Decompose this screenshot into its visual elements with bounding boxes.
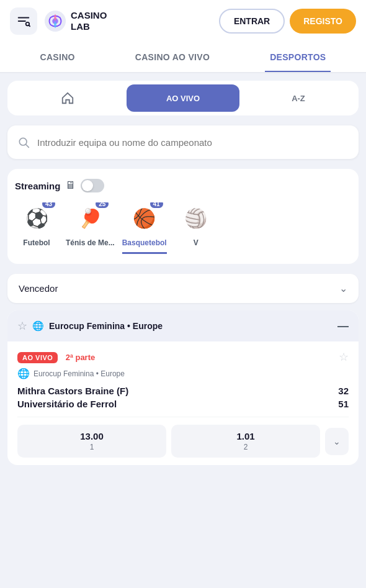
odd2-value: 1.01 [236,431,254,441]
odd2-label: 2 [244,443,248,451]
sport-tenis[interactable]: 🏓 25 Ténis de Me... [66,202,115,254]
match-section: ☆ 🌐 Eurocup Feminina • Europe — AO VIVO … [7,310,359,465]
tab-casino-ao-vivo[interactable]: CASINO AO VIVO [130,43,215,71]
more-odds-button[interactable]: ⌄ [325,428,349,455]
sport-basquetebol[interactable]: 🏀 41 Basquetebol [122,202,167,254]
competition-star-icon[interactable]: ☆ [17,319,27,333]
nav-tabs: CASINO CASINO AO VIVO DESPORTOS [0,42,366,73]
match-top-row: AO VIVO 2ª parte ☆ [17,350,349,364]
streaming-label: Streaming [15,181,60,191]
futebol-count: 43 [42,202,55,208]
header: CASINO LAB ENTRAR REGISTO [0,0,366,42]
match-star-icon[interactable]: ☆ [339,350,349,364]
v-label: V [194,238,199,247]
match-globe-icon: 🌐 [17,368,30,379]
search-icon [17,136,30,148]
svg-line-7 [26,145,29,148]
chevron-down-icon: ⌄ [339,283,347,294]
team1-name: Mithra Castors Braine (F) [17,386,128,396]
menu-search-icon [17,14,30,28]
home-view-button[interactable] [11,84,124,112]
competition-left: ☆ 🌐 Eurocup Feminina • Europe [17,319,163,333]
tenis-count: 25 [96,202,109,208]
team2-score: 51 [338,399,349,409]
match-competition-text: Eurocup Feminina • Europe [33,369,125,378]
logo-icon [43,9,67,33]
ao-vivo-view-button[interactable]: AO VIVO [127,84,239,112]
header-left: CASINO LAB [10,7,107,35]
header-buttons: ENTRAR REGISTO [219,9,356,34]
view-selector: AO VIVO A-Z [7,81,359,115]
tab-casino[interactable]: CASINO [35,43,80,71]
logo-text: CASINO LAB [71,10,107,32]
match-competition-row: 🌐 Eurocup Feminina • Europe [17,368,349,379]
team2-row: Universitário de Ferrol 51 [17,399,349,409]
team2-name: Universitário de Ferrol [17,399,117,409]
period-label: 2ª parte [66,353,95,362]
competition-globe-icon: 🌐 [32,320,44,332]
streaming-header: Streaming 🖥 [15,179,351,192]
live-badge: AO VIVO [17,352,58,363]
tab-desportos[interactable]: DESPORTOS [265,43,331,71]
match-row: AO VIVO 2ª parte ☆ 🌐 Eurocup Feminina • … [7,341,359,465]
chevron-down-more-icon: ⌄ [333,436,341,446]
home-icon [61,91,74,105]
sport-futebol[interactable]: ⚽ 43 Futebol [15,202,58,254]
collapse-icon[interactable]: — [337,320,349,333]
odds-row: 13.00 1 1.01 2 ⌄ [17,417,349,465]
sports-scroll: ⚽ 43 Futebol 🏓 25 Ténis de Me... 🏀 41 Ba… [15,202,351,256]
teams-scores: Mithra Castors Braine (F) 32 Universitár… [17,386,349,409]
entrar-button[interactable]: ENTRAR [219,9,285,34]
v-emoji: 🏐 [180,202,212,235]
menu-search-button[interactable] [10,7,37,35]
sport-v[interactable]: 🏐 V [174,202,218,254]
competition-name: Eurocup Feminina • Europe [49,321,163,331]
team1-row: Mithra Castors Braine (F) 32 [17,386,349,396]
svg-line-3 [29,25,30,27]
odd-button-2[interactable]: 1.01 2 [171,425,320,458]
vencedor-dropdown[interactable]: Vencedor ⌄ [7,274,359,303]
basquetebol-label: Basquetebol [122,238,167,247]
streaming-toggle[interactable] [81,179,104,192]
search-input[interactable] [37,137,349,148]
search-bar [7,125,359,159]
team1-score: 32 [338,386,349,396]
vencedor-label: Vencedor [19,283,58,294]
monitor-icon: 🖥 [65,179,76,192]
az-view-button[interactable]: A-Z [242,84,355,112]
odd1-value: 13.00 [80,431,104,441]
tenis-label: Ténis de Me... [66,238,115,247]
odd-button-1[interactable]: 13.00 1 [17,425,166,458]
competition-header: ☆ 🌐 Eurocup Feminina • Europe — [7,310,359,341]
streaming-section: Streaming 🖥 ⚽ 43 Futebol 🏓 25 Ténis de M… [7,169,359,264]
futebol-label: Futebol [23,238,50,247]
logo: CASINO LAB [43,9,107,33]
registo-button[interactable]: REGISTO [290,9,356,34]
odd1-label: 1 [90,443,94,451]
content-area: AO VIVO A-Z Streaming 🖥 ⚽ 43 Futebol [0,73,366,473]
basquetebol-count: 41 [150,202,163,208]
